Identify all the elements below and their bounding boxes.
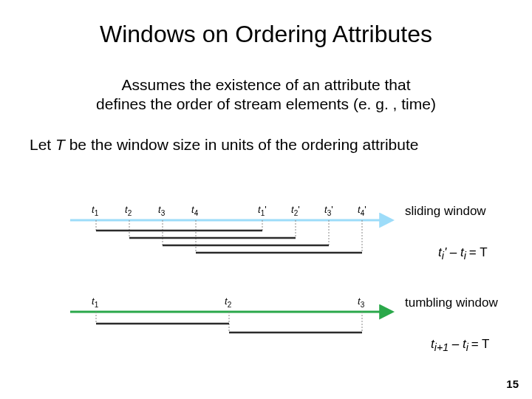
- f-t-eq: = T: [471, 337, 490, 351]
- tumbling-formula: ti+1 – ti = T: [431, 337, 489, 353]
- f-s-mid: – t: [446, 245, 464, 259]
- sliding-window-bars: [96, 231, 362, 253]
- svg-text:t2: t2: [125, 204, 132, 217]
- tumbling-label: tumbling window: [405, 296, 498, 310]
- sliding-label: sliding window: [405, 204, 486, 219]
- tumbling-ticks: t1 t2 t3: [92, 296, 365, 332]
- svg-text:t3': t3': [324, 204, 333, 217]
- subtitle-line2: defines the order of stream elements (e.…: [96, 95, 436, 112]
- subtitle-line1: Assumes the existence of an attribute th…: [121, 76, 410, 93]
- page-number: 15: [506, 378, 519, 390]
- body-suffix: be the window size in units of the order…: [65, 136, 419, 153]
- svg-text:t1: t1: [92, 204, 99, 217]
- svg-text:t4': t4': [358, 204, 366, 217]
- f-s-sub2: i: [464, 250, 469, 262]
- svg-text:t1': t1': [258, 204, 267, 217]
- f-t-sub2: i: [466, 341, 471, 353]
- body-text: Let T be the window size in units of the…: [30, 136, 502, 154]
- body-T: T: [55, 136, 65, 153]
- sliding-formula: ti' – ti = T: [438, 245, 488, 262]
- svg-text:t3: t3: [358, 296, 365, 309]
- slide-subtitle: Assumes the existence of an attribute th…: [0, 75, 532, 115]
- svg-text:t4: t4: [191, 204, 199, 217]
- f-t-sub1: i+1: [434, 341, 449, 353]
- slide-title: Windows on Ordering Attributes: [0, 21, 532, 48]
- f-t-mid: – t: [449, 337, 466, 351]
- svg-text:t1: t1: [92, 296, 99, 309]
- svg-text:t2: t2: [225, 296, 232, 309]
- f-s-eq: = T: [469, 245, 488, 259]
- svg-text:t3: t3: [158, 204, 166, 217]
- body-prefix: Let: [30, 136, 55, 153]
- svg-text:t2': t2': [291, 204, 300, 217]
